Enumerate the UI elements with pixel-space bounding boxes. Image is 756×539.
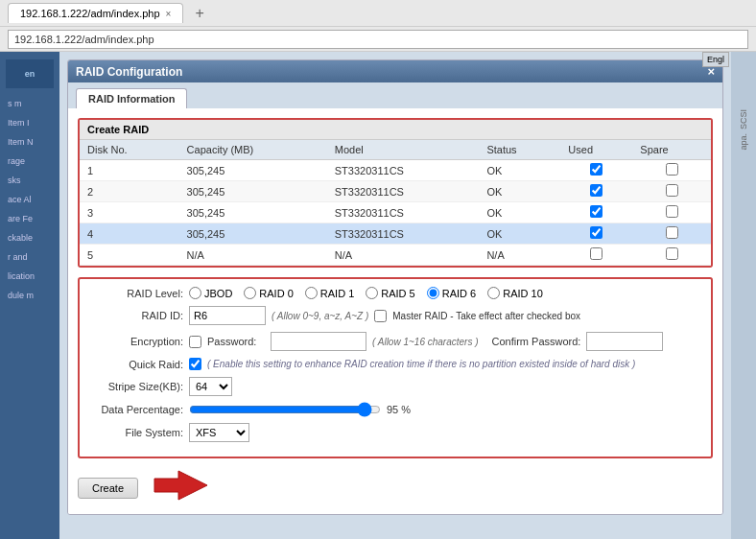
raid-id-input[interactable]: [189, 306, 266, 325]
stripe-size-row: Stripe Size(KB): 64 128 256: [87, 377, 703, 396]
cell-capacity: 305,245: [179, 181, 327, 202]
language-button[interactable]: Engl: [702, 52, 729, 67]
dialog-title: RAID Configuration: [76, 65, 182, 79]
sidebar-item-sks[interactable]: sks: [4, 173, 56, 188]
tab-bar: RAID Information: [68, 82, 722, 108]
encryption-checkbox[interactable]: [189, 336, 201, 348]
raid-option-6[interactable]: RAID 6: [427, 287, 476, 299]
raid-configuration-dialog: RAID Configuration × RAID Information Cr…: [67, 59, 723, 515]
radio-raid0[interactable]: [244, 287, 256, 299]
raid-option-jbod[interactable]: JBOD: [189, 287, 232, 299]
cell-spare[interactable]: [632, 223, 711, 245]
raid-level-row: RAID Level: JBOD RAID 0 RAID 1: [87, 287, 703, 299]
address-input[interactable]: [8, 30, 748, 49]
quick-raid-label: Quick Raid:: [87, 359, 183, 370]
sidebar-item-sm[interactable]: s m: [4, 96, 56, 111]
radio-raid5[interactable]: [366, 287, 378, 299]
checkbox-spare-4[interactable]: [666, 247, 678, 260]
confirm-password-label: Confirm Password:: [492, 336, 581, 347]
browser-tab[interactable]: 192.168.1.222/adm/index.php ×: [8, 3, 183, 23]
radio-jbod[interactable]: [189, 287, 201, 299]
sidebar-item-dulem[interactable]: dule m: [4, 288, 56, 303]
file-system-row: File System: XFS EXT4 BTRFS: [87, 423, 703, 442]
cell-used[interactable]: [560, 223, 632, 245]
raid-level-options: JBOD RAID 0 RAID 1 RAID 5: [189, 287, 543, 299]
cell-used[interactable]: [560, 160, 632, 181]
create-button[interactable]: Create: [78, 478, 138, 499]
checkbox-spare-3[interactable]: [666, 226, 678, 239]
col-spare: Spare: [632, 140, 711, 160]
cell-disk: 2: [80, 181, 179, 202]
checkbox-used-0[interactable]: [590, 163, 602, 176]
checkbox-used-4[interactable]: [590, 247, 602, 260]
quick-raid-note: ( Enable this setting to enhance RAID cr…: [207, 359, 635, 369]
disk-table: Disk No. Capacity (MB) Model Status Used…: [80, 140, 711, 266]
cell-used[interactable]: [560, 181, 632, 202]
cell-spare[interactable]: [632, 160, 711, 181]
checkbox-used-1[interactable]: [590, 184, 602, 197]
cell-model: N/A: [327, 245, 480, 266]
master-raid-checkbox[interactable]: [374, 310, 387, 322]
data-percentage-slider[interactable]: [189, 403, 381, 416]
sidebar-item-aceal[interactable]: ace Al: [4, 192, 56, 207]
radio-raid10[interactable]: [487, 287, 500, 299]
cell-disk: 1: [80, 160, 179, 181]
cell-used[interactable]: [560, 245, 632, 266]
raid-option-0[interactable]: RAID 0: [244, 287, 293, 299]
stripe-size-select[interactable]: 64 128 256: [189, 377, 232, 396]
raid-id-row: RAID ID: ( Allow 0~9, a~z, A~Z ) Master …: [87, 306, 703, 325]
col-model: Model: [327, 140, 480, 160]
cell-disk: 4: [80, 223, 179, 245]
raid-id-label: RAID ID:: [87, 310, 183, 321]
stripe-size-label: Stripe Size(KB):: [87, 381, 183, 392]
raid-level-label: RAID Level:: [87, 288, 183, 299]
red-arrow-indicator: [150, 466, 217, 504]
file-system-select[interactable]: XFS EXT4 BTRFS: [189, 423, 249, 442]
tab-close-icon[interactable]: ×: [166, 9, 172, 19]
raid-option-5[interactable]: RAID 5: [366, 287, 414, 299]
create-raid-title: Create RAID: [80, 120, 711, 140]
create-raid-section: Create RAID Disk No. Capacity (MB) Model…: [78, 118, 713, 268]
right-sidebar-text-2: apa.: [739, 133, 748, 151]
create-button-row: Create: [78, 466, 713, 504]
table-row: 2305,245ST3320311CSOK: [80, 181, 711, 202]
checkbox-used-2[interactable]: [590, 205, 602, 218]
quick-raid-checkbox[interactable]: [189, 358, 201, 370]
sidebar-item-lication[interactable]: lication: [4, 269, 56, 284]
cell-spare[interactable]: [632, 245, 711, 266]
checkbox-used-3[interactable]: [590, 226, 602, 239]
slider-container: 95 %: [189, 403, 411, 416]
sidebar-item-arefe[interactable]: are Fe: [4, 211, 56, 226]
cell-used[interactable]: [560, 202, 632, 223]
col-disk-no: Disk No.: [80, 140, 179, 160]
checkbox-spare-0[interactable]: [666, 163, 678, 176]
sidebar-item-rage[interactable]: rage: [4, 153, 56, 169]
checkbox-spare-2[interactable]: [666, 205, 678, 218]
raid-settings-section: RAID Level: JBOD RAID 0 RAID 1: [78, 277, 713, 458]
table-row: 3305,245ST3320311CSOK: [80, 202, 711, 223]
cell-status: OK: [479, 160, 560, 181]
radio-raid1[interactable]: [305, 287, 318, 299]
encryption-row: Encryption: Password: ( Allow 1~16 chara…: [87, 332, 703, 351]
tab-raid-information[interactable]: RAID Information: [76, 88, 187, 108]
sidebar-item-itemn[interactable]: Item N: [4, 134, 56, 150]
password-input[interactable]: [271, 332, 366, 351]
sidebar-item-rand[interactable]: r and: [4, 249, 56, 265]
right-sidebar: SCSI apa.: [731, 52, 756, 539]
radio-raid6[interactable]: [427, 287, 439, 299]
raid-option-1[interactable]: RAID 1: [305, 287, 354, 299]
cell-status: OK: [479, 223, 560, 245]
raid-option-10[interactable]: RAID 10: [487, 287, 543, 299]
address-bar: [0, 27, 756, 52]
confirm-password-input[interactable]: [586, 332, 663, 351]
new-tab-button[interactable]: +: [191, 5, 207, 22]
cell-capacity: 305,245: [179, 202, 327, 223]
cell-capacity: 305,245: [179, 160, 327, 181]
checkbox-spare-1[interactable]: [666, 184, 678, 197]
dialog-body: Create RAID Disk No. Capacity (MB) Model…: [68, 108, 722, 514]
cell-spare[interactable]: [632, 202, 711, 223]
cell-spare[interactable]: [632, 181, 711, 202]
col-used: Used: [560, 140, 632, 160]
sidebar-item-ckable[interactable]: ckable: [4, 230, 56, 246]
sidebar-item-itemi[interactable]: Item I: [4, 115, 56, 130]
